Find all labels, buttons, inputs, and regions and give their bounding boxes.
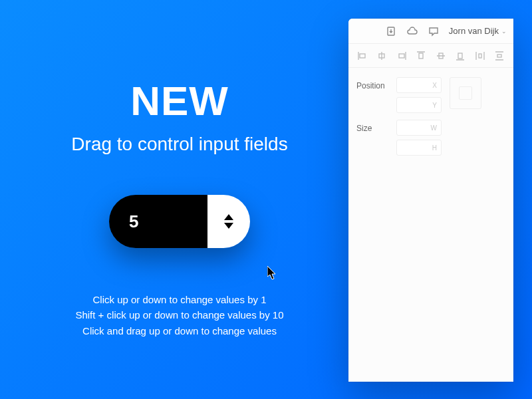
hint-list: Click up or down to change values by 1 S…	[75, 292, 283, 338]
stepper-controls	[207, 195, 250, 248]
hint-line: Click and drag up or down to change valu…	[75, 323, 283, 338]
value-stepper[interactable]: 5	[109, 195, 250, 248]
svg-rect-8	[419, 53, 423, 59]
chevron-down-icon: ⌄	[501, 28, 507, 35]
hero-subtitle: Drag to control input fields	[71, 134, 287, 155]
svg-rect-18	[497, 55, 501, 57]
size-label: Size	[356, 120, 391, 133]
size-h-input[interactable]: H	[396, 140, 442, 156]
alignment-toolbar	[348, 44, 513, 68]
align-top-icon[interactable]	[414, 49, 428, 63]
position-y-input[interactable]: Y	[396, 97, 442, 113]
cloud-icon[interactable]	[406, 25, 418, 37]
titlebar: Jorn van Dijk ⌄	[348, 19, 513, 44]
svg-rect-15	[479, 54, 481, 58]
size-group: Size W H	[356, 120, 505, 156]
import-icon[interactable]	[385, 25, 397, 37]
chat-icon[interactable]	[428, 25, 440, 37]
hint-line: Click up or down to change values by 1	[75, 292, 283, 307]
stepper-value[interactable]: 5	[109, 195, 207, 248]
user-name: Jorn van Dijk	[449, 26, 499, 36]
position-label: Position	[356, 77, 391, 90]
chevron-up-icon[interactable]	[224, 214, 233, 220]
hero-area: NEW Drag to control input fields 5 Click…	[0, 0, 359, 399]
align-left-icon[interactable]	[356, 49, 369, 63]
svg-rect-6	[399, 54, 404, 58]
svg-rect-2	[360, 54, 365, 58]
anchor-selector[interactable]	[450, 77, 481, 109]
align-bottom-icon[interactable]	[454, 49, 467, 63]
anchor-box-icon	[459, 86, 472, 100]
align-hcenter-icon[interactable]	[375, 49, 388, 63]
hero-title: NEW	[130, 77, 229, 124]
svg-rect-12	[458, 53, 462, 59]
inspector-panel: Jorn van Dijk ⌄ Position X Y Size W	[348, 19, 513, 382]
distribute-v-icon[interactable]	[493, 49, 506, 63]
chevron-down-icon[interactable]	[224, 223, 233, 229]
position-group: Position X Y	[356, 77, 505, 113]
hint-line: Shift + click up or down to change value…	[75, 307, 283, 323]
align-right-icon[interactable]	[395, 49, 408, 63]
distribute-h-icon[interactable]	[473, 49, 487, 63]
align-vcenter-icon[interactable]	[434, 49, 448, 63]
position-x-input[interactable]: X	[396, 77, 442, 93]
inspector-body: Position X Y Size W H	[348, 68, 513, 165]
user-menu[interactable]: Jorn van Dijk ⌄	[449, 26, 507, 36]
size-w-input[interactable]: W	[396, 120, 442, 136]
